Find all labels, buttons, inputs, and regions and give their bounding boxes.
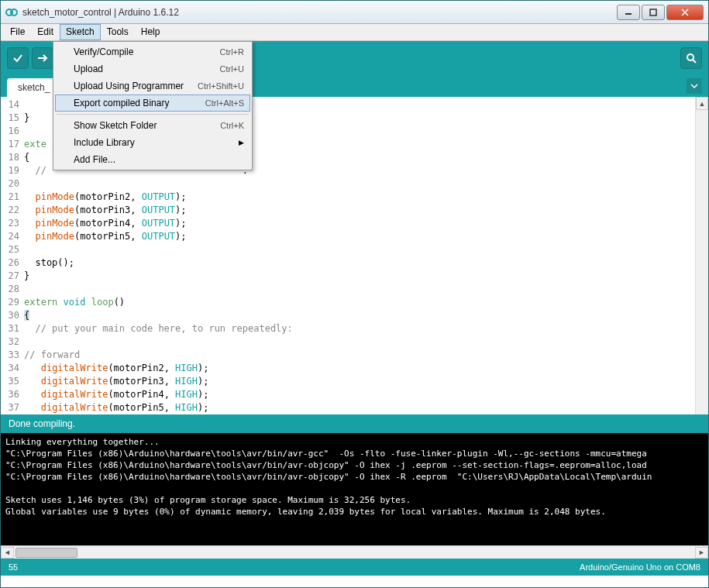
- line-number: 25: [1, 243, 19, 256]
- line-number: 20: [1, 177, 19, 191]
- code-line: digitalWrite(motorPin3, HIGH);: [24, 375, 695, 388]
- line-number: 19: [1, 164, 19, 177]
- sketch-menu-dropdown: Verify/CompileCtrl+RUploadCtrl+UUpload U…: [53, 41, 253, 170]
- menu-item-show-sketch-folder[interactable]: Show Sketch FolderCtrl+K: [55, 117, 250, 134]
- menu-file[interactable]: File: [4, 24, 31, 40]
- menu-help[interactable]: Help: [135, 24, 167, 40]
- line-number: 15: [1, 112, 19, 125]
- chevron-down-icon: [690, 82, 698, 90]
- magnifier-icon: [685, 52, 697, 64]
- code-line: pinMode(motorPin3, OUTPUT);: [24, 204, 695, 217]
- line-number: 24: [1, 230, 19, 243]
- minimize-icon: [625, 9, 632, 16]
- menu-item-label: Verify/Compile: [74, 46, 220, 57]
- code-line: pinMode(motorPin5, OUTPUT);: [24, 230, 695, 243]
- menu-item-label: Add File...: [74, 154, 244, 165]
- horizontal-scrollbar[interactable]: ◄ ►: [1, 545, 708, 559]
- code-line: pinMode(motorPin4, OUTPUT);: [24, 217, 695, 230]
- verify-button[interactable]: [7, 47, 29, 69]
- menu-item-label: Include Library: [74, 137, 244, 148]
- line-number: 22: [1, 204, 19, 217]
- scroll-left-icon[interactable]: ◄: [1, 547, 14, 559]
- svg-point-7: [687, 54, 694, 60]
- menu-item-label: Show Sketch Folder: [74, 120, 220, 131]
- check-icon: [12, 52, 24, 64]
- code-line: [24, 243, 695, 256]
- menu-tools[interactable]: Tools: [101, 24, 135, 40]
- status-bar: 55 Arduino/Genuino Uno on COM8: [1, 559, 708, 576]
- menubar: FileEditSketchToolsHelp: [1, 24, 708, 41]
- submenu-arrow-icon: ▶: [239, 139, 244, 146]
- window-title: sketch_motor_control | Arduino 1.6.12: [22, 7, 617, 18]
- line-number: 30: [1, 309, 19, 322]
- line-number: 35: [1, 375, 19, 388]
- upload-button[interactable]: [32, 47, 53, 69]
- menu-shortcut: Ctrl+U: [220, 64, 244, 74]
- line-number: 36: [1, 388, 19, 401]
- scroll-up-icon[interactable]: ▲: [696, 97, 708, 110]
- line-number: 14: [1, 98, 19, 112]
- code-line: [24, 177, 695, 191]
- code-line: pinMode(motorPin2, OUTPUT);: [24, 191, 695, 204]
- close-icon: [680, 8, 690, 17]
- line-number: 23: [1, 217, 19, 230]
- code-line: extern void loop(): [24, 296, 695, 309]
- line-number: 32: [1, 335, 19, 349]
- window-controls: [617, 5, 704, 20]
- output-console[interactable]: Linking everything together... "C:\Progr…: [1, 433, 708, 545]
- arrow-right-icon: [36, 52, 49, 64]
- menu-sketch[interactable]: Sketch: [60, 24, 101, 40]
- menu-item-export-compiled-binary[interactable]: Export compiled BinaryCtrl+Alt+S: [55, 95, 250, 112]
- svg-rect-3: [650, 9, 656, 15]
- maximize-icon: [649, 9, 657, 16]
- app-window: sketch_motor_control | Arduino 1.6.12 Fi…: [0, 0, 709, 588]
- menu-shortcut: Ctrl+K: [220, 121, 244, 130]
- code-line: digitalWrite(motorPin4, HIGH);: [24, 388, 695, 401]
- arduino-logo-icon: [5, 6, 18, 19]
- menu-shortcut: Ctrl+Alt+S: [205, 98, 244, 108]
- scroll-right-icon[interactable]: ►: [695, 547, 708, 559]
- line-number: 37: [1, 401, 19, 414]
- code-line: [24, 283, 695, 296]
- menu-item-upload[interactable]: UploadCtrl+U: [55, 60, 250, 77]
- compile-status-bar: Done compiling.: [1, 414, 708, 433]
- line-number: 18: [1, 151, 19, 164]
- line-number: 33: [1, 349, 19, 362]
- line-number: 31: [1, 322, 19, 335]
- menu-item-verify-compile[interactable]: Verify/CompileCtrl+R: [55, 43, 250, 60]
- svg-line-8: [693, 60, 696, 63]
- line-number: 17: [1, 138, 19, 151]
- minimize-button[interactable]: [617, 5, 640, 20]
- compile-status-text: Done compiling.: [9, 418, 75, 429]
- board-port-info: Arduino/Genuino Uno on COM8: [580, 562, 700, 572]
- line-number: 28: [1, 283, 19, 296]
- code-line: {: [24, 309, 695, 322]
- cursor-line: 55: [9, 562, 580, 572]
- menu-item-upload-using-programmer[interactable]: Upload Using ProgrammerCtrl+Shift+U: [55, 77, 250, 95]
- line-number: 27: [1, 270, 19, 283]
- line-gutter: 1415161718192021222324252627282930313233…: [1, 97, 24, 414]
- menu-item-label: Upload Using Programmer: [74, 81, 198, 91]
- close-button[interactable]: [666, 5, 704, 20]
- titlebar: sketch_motor_control | Arduino 1.6.12: [1, 1, 708, 24]
- line-number: 21: [1, 191, 19, 204]
- menu-edit[interactable]: Edit: [31, 24, 60, 40]
- menu-item-add-file-[interactable]: Add File...: [55, 151, 250, 168]
- code-line: // forward: [24, 349, 695, 362]
- menu-shortcut: Ctrl+Shift+U: [198, 81, 244, 91]
- maximize-button[interactable]: [642, 5, 665, 20]
- scroll-thumb[interactable]: [15, 548, 77, 558]
- serial-monitor-button[interactable]: [680, 47, 702, 69]
- code-line: [24, 335, 695, 349]
- menu-item-label: Upload: [74, 64, 220, 74]
- menu-item-include-library[interactable]: Include Library▶: [55, 134, 250, 151]
- line-number: 29: [1, 296, 19, 309]
- menu-separator: [57, 114, 249, 115]
- code-line: }: [24, 270, 695, 283]
- line-number: 16: [1, 125, 19, 138]
- code-line: digitalWrite(motorPin5, HIGH);: [24, 401, 695, 414]
- line-number: 34: [1, 362, 19, 375]
- menu-item-label: Export compiled Binary: [74, 98, 205, 108]
- vertical-scrollbar[interactable]: ▲: [695, 97, 708, 414]
- tab-menu-button[interactable]: [687, 78, 702, 94]
